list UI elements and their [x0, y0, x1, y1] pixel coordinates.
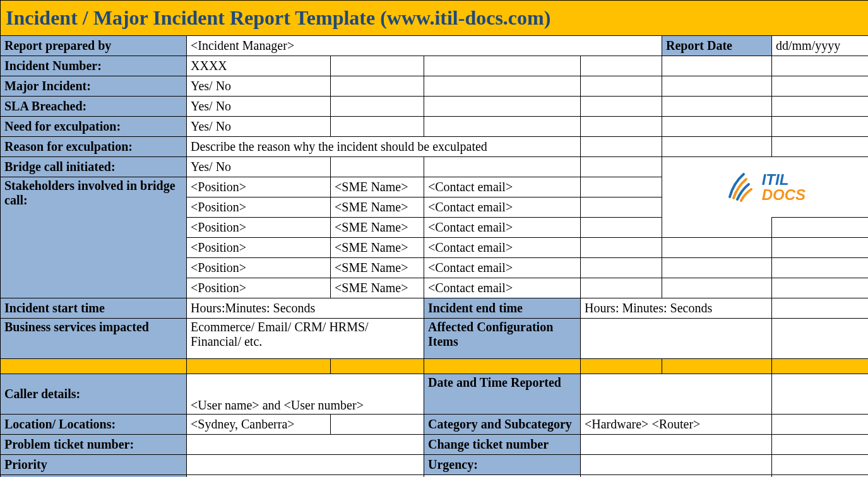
label-urgency: Urgency: — [424, 455, 581, 475]
label-location: Location/ Locations: — [1, 415, 187, 435]
stakeholder-position: <Position> — [187, 258, 331, 278]
stakeholder-position: <Position> — [187, 238, 331, 258]
itil-docs-logo: ITIL DOCS — [725, 170, 806, 204]
label-affected-ci: Affected Configuration Items — [424, 319, 581, 359]
incident-report-table: Incident / Major Incident Report Templat… — [0, 0, 868, 477]
label-change-ticket: Change ticket number — [424, 435, 581, 455]
label-incident-start: Incident start time — [1, 298, 187, 319]
row-major-incident: Major Incident: Yes/ No — [1, 76, 869, 97]
stakeholder-email: <Contact email> — [424, 177, 581, 197]
stakeholder-sme: <SME Name> — [331, 177, 424, 197]
value-category: <Hardware> <Router> — [581, 415, 772, 435]
stakeholder-sme: <SME Name> — [331, 278, 424, 298]
row-business-services: Business services impacted Ecommerce/ Em… — [1, 319, 869, 359]
value-sla-breached: Yes/ No — [187, 97, 331, 117]
label-date-time-reported: Date and Time Reported — [424, 374, 581, 415]
label-executive-summary: Executive Summary: — [1, 475, 187, 478]
stakeholder-position: <Position> — [187, 177, 331, 197]
row-report-prepared-by: Report prepared by <Incident Manager> Re… — [1, 36, 869, 56]
label-incident-end: Incident end time — [424, 298, 581, 319]
stakeholder-position: <Position> — [187, 197, 331, 218]
row-bridge-call: Bridge call initiated: Yes/ No ITIL DOCS — [1, 157, 869, 177]
page-title: Incident / Major Incident Report Templat… — [1, 1, 869, 36]
value-urgency — [581, 455, 772, 475]
stakeholder-sme: <SME Name> — [331, 238, 424, 258]
value-priority — [187, 455, 424, 475]
value-problem-ticket — [187, 435, 424, 455]
label-incident-number: Incident Number: — [1, 56, 187, 76]
value-change-ticket — [581, 435, 772, 455]
stakeholder-email: <Contact email> — [424, 278, 581, 298]
value-major-incident: Yes/ No — [187, 76, 331, 97]
value-affected-ci — [581, 319, 772, 359]
label-caller-details: Caller details: — [1, 374, 187, 415]
row-reason-exculpation: Reason for exculpation: Describe the rea… — [1, 137, 869, 157]
label-bridge-call: Bridge call initiated: — [1, 157, 187, 177]
stakeholder-email: <Contact email> — [424, 218, 581, 238]
row-priority: Priority Urgency: — [1, 455, 869, 475]
label-business-services: Business services impacted — [1, 319, 187, 359]
value-caller-details: <User name> and <User number> — [187, 374, 424, 415]
logo-fan-icon — [725, 170, 754, 204]
stakeholder-sme: <SME Name> — [331, 197, 424, 218]
value-incident-number: XXXX — [187, 56, 331, 76]
value-bridge-call: Yes/ No — [187, 157, 331, 177]
row-incident-time: Incident start time Hours:Minutes: Secon… — [1, 298, 869, 319]
stakeholder-position: <Position> — [187, 218, 331, 238]
value-date-time-reported — [581, 374, 772, 415]
value-report-date: dd/mm/yyyy — [772, 36, 869, 56]
label-stakeholders: Stakeholders involved in bridge call: — [1, 177, 187, 298]
value-incident-start: Hours:Minutes: Seconds — [187, 298, 424, 319]
value-incident-end: Hours: Minutes: Seconds — [581, 298, 772, 319]
row-sla-breached: SLA Breached: Yes/ No — [1, 97, 869, 117]
value-report-prepared-by: <Incident Manager> — [187, 36, 662, 56]
row-need-exculpation: Need for exculpation: Yes/ No — [1, 117, 869, 137]
title-row: Incident / Major Incident Report Templat… — [1, 1, 869, 36]
logo-cell: ITIL DOCS — [662, 157, 869, 218]
label-major-incident: Major Incident: — [1, 76, 187, 97]
row-location: Location/ Locations: <Sydney, Canberra> … — [1, 415, 869, 435]
stakeholder-email: <Contact email> — [424, 197, 581, 218]
logo-text-1: ITIL — [762, 172, 806, 187]
label-priority: Priority — [1, 455, 187, 475]
label-reason-exculpation: Reason for exculpation: — [1, 137, 187, 157]
value-need-exculpation: Yes/ No — [187, 117, 331, 137]
label-problem-ticket: Problem ticket number: — [1, 435, 187, 455]
stakeholder-email: <Contact email> — [424, 258, 581, 278]
value-business-services: Ecommerce/ Email/ CRM/ HRMS/ Financial/ … — [187, 319, 424, 359]
label-report-date: Report Date — [662, 36, 772, 56]
logo-text-2: DOCS — [762, 187, 806, 203]
stakeholder-email: <Contact email> — [424, 238, 581, 258]
row-problem-ticket: Problem ticket number: Change ticket num… — [1, 435, 869, 455]
row-executive-summary: Executive Summary: — [1, 475, 869, 478]
label-report-prepared-by: Report prepared by — [1, 36, 187, 56]
stakeholder-position: <Position> — [187, 278, 331, 298]
stakeholder-sme: <SME Name> — [331, 258, 424, 278]
label-sla-breached: SLA Breached: — [1, 97, 187, 117]
row-caller-details: Caller details: <User name> and <User nu… — [1, 374, 869, 415]
row-incident-number: Incident Number: XXXX — [1, 56, 869, 76]
label-need-exculpation: Need for exculpation: — [1, 117, 187, 137]
label-category: Category and Subcategory — [424, 415, 581, 435]
value-location: <Sydney, Canberra> — [187, 415, 331, 435]
stakeholder-sme: <SME Name> — [331, 218, 424, 238]
separator-row — [1, 359, 869, 374]
value-reason-exculpation: Describe the reason why the incident sho… — [187, 137, 581, 157]
